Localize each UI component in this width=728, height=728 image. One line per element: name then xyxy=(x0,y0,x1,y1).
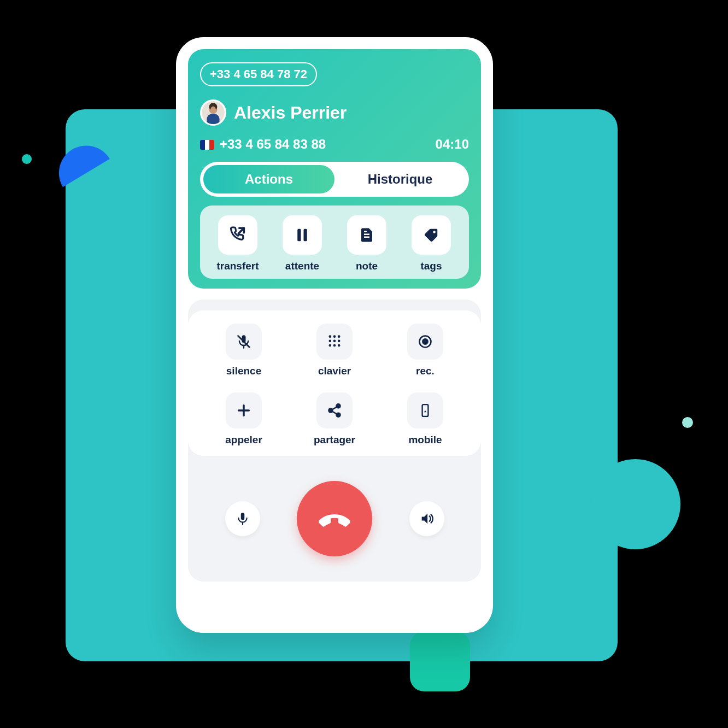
hangup-button[interactable] xyxy=(297,481,372,556)
svg-line-27 xyxy=(332,412,337,414)
speaker-icon xyxy=(419,511,435,526)
mic-off-icon xyxy=(236,334,251,349)
hold-button[interactable] xyxy=(283,215,322,255)
avatar[interactable] xyxy=(200,99,226,126)
note-button[interactable] xyxy=(347,215,386,255)
record-button[interactable] xyxy=(407,324,443,360)
svg-rect-6 xyxy=(364,231,367,233)
bottom-controls xyxy=(188,456,481,582)
mic-icon xyxy=(236,512,250,526)
share-icon xyxy=(327,403,342,418)
keypad-button[interactable] xyxy=(316,324,353,360)
record-icon xyxy=(418,334,433,349)
contact-name: Alexis Perrier xyxy=(234,103,347,123)
phone-hangup-icon xyxy=(317,501,352,536)
deco-rounded-square xyxy=(410,631,470,691)
speaker-button[interactable] xyxy=(409,501,444,536)
svg-point-7 xyxy=(433,231,436,233)
contact-row: Alexis Perrier xyxy=(200,99,469,126)
own-number-pill[interactable]: +33 4 65 84 78 72 xyxy=(200,62,317,86)
keypad-label: clavier xyxy=(318,365,351,377)
add-call-button[interactable] xyxy=(226,392,262,428)
tag-icon xyxy=(423,227,439,243)
svg-point-16 xyxy=(329,344,332,347)
call-meta: +33 4 65 84 83 88 04:10 xyxy=(200,137,469,152)
share-label: partager xyxy=(314,434,355,446)
pause-icon xyxy=(294,227,310,243)
hold-label: attente xyxy=(285,260,319,272)
phone-frame: +33 4 65 84 78 72 Alexis Perrier +33 4 6… xyxy=(176,37,493,633)
mute-label: silence xyxy=(226,365,261,377)
add-call-label: appeler xyxy=(225,434,262,446)
transfer-label: transfert xyxy=(216,260,259,272)
tags-label: tags xyxy=(420,260,442,272)
note-icon xyxy=(359,227,375,243)
keypad-icon xyxy=(327,334,342,349)
transfer-icon xyxy=(228,226,247,244)
share-button[interactable] xyxy=(316,392,353,428)
svg-rect-4 xyxy=(364,234,369,236)
tab-history[interactable]: Historique xyxy=(334,165,466,193)
svg-rect-2 xyxy=(297,229,301,242)
controls-grid: silence clavier rec. xyxy=(188,310,481,456)
contact-number: +33 4 65 84 83 88 xyxy=(200,137,326,152)
tab-actions[interactable]: Actions xyxy=(203,165,334,193)
plus-icon xyxy=(236,403,251,418)
call-duration: 04:10 xyxy=(436,137,469,152)
svg-rect-5 xyxy=(364,237,369,238)
tags-button[interactable] xyxy=(412,215,451,255)
svg-point-14 xyxy=(333,340,336,343)
svg-point-15 xyxy=(338,340,340,343)
mic-button[interactable] xyxy=(225,501,260,536)
mute-button[interactable] xyxy=(226,324,262,360)
mobile-label: mobile xyxy=(408,434,442,446)
svg-point-11 xyxy=(333,335,336,338)
deco-circle xyxy=(590,459,680,549)
call-header: +33 4 65 84 78 72 Alexis Perrier +33 4 6… xyxy=(188,49,481,289)
svg-point-10 xyxy=(329,335,332,338)
svg-rect-3 xyxy=(304,229,307,242)
svg-point-17 xyxy=(333,344,336,347)
mobile-icon xyxy=(418,403,432,418)
deco-dot xyxy=(682,417,693,428)
actions-row: transfert attente note tags xyxy=(200,206,469,279)
deco-dot xyxy=(22,154,32,164)
svg-point-20 xyxy=(422,339,427,344)
svg-point-12 xyxy=(338,335,340,338)
transfer-button[interactable] xyxy=(218,215,257,255)
body-area: silence clavier rec. xyxy=(188,300,481,582)
note-label: note xyxy=(356,260,378,272)
svg-point-18 xyxy=(338,344,340,347)
svg-line-26 xyxy=(332,407,337,410)
svg-point-13 xyxy=(329,340,332,343)
tab-bar: Actions Historique xyxy=(200,162,469,197)
record-label: rec. xyxy=(416,365,435,377)
flag-fr-icon xyxy=(200,140,214,150)
mobile-button[interactable] xyxy=(407,392,443,428)
